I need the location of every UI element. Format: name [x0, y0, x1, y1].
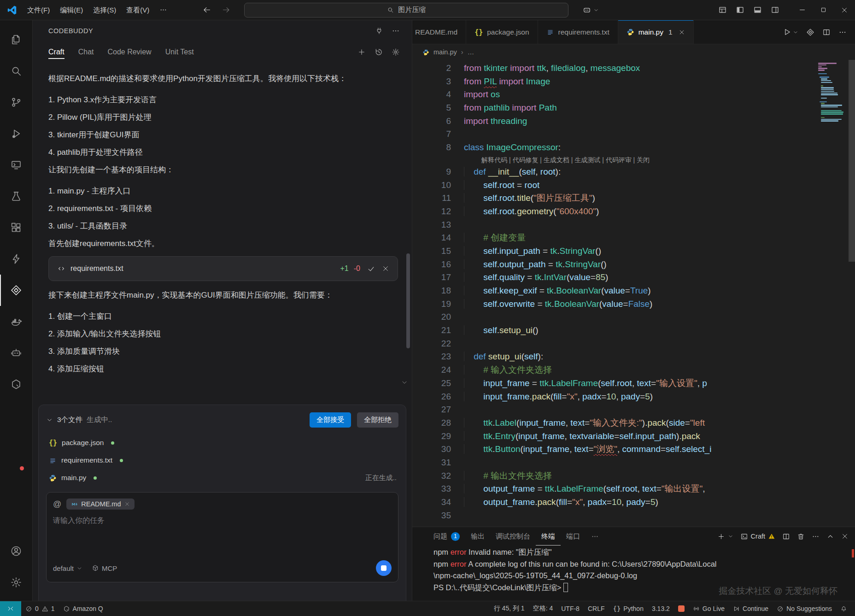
status-eol[interactable]: CRLF — [584, 601, 609, 616]
kill-terminal-button[interactable] — [797, 533, 805, 540]
status-encoding[interactable]: UTF-8 — [557, 601, 584, 616]
context-chip[interactable]: README.md — [66, 499, 134, 510]
stop-generation-button[interactable] — [376, 560, 392, 576]
activity-accounts[interactable] — [0, 535, 32, 567]
panel-tab-终端[interactable]: 终端 — [536, 527, 561, 546]
terminal-instance-craft[interactable]: Craft — [740, 533, 775, 540]
customize-layout-button[interactable] — [718, 6, 727, 14]
code-editor[interactable]: 2from tkinter import ttk, filedialog, me… — [412, 60, 855, 527]
status-python-version[interactable]: 3.13.2 — [648, 601, 674, 616]
close-window-button[interactable] — [834, 0, 855, 20]
history-button[interactable] — [375, 48, 383, 56]
breadcrumb[interactable]: main.py › … — [412, 44, 855, 60]
run-python-file-button[interactable] — [783, 28, 798, 36]
terminal-more-actions[interactable] — [812, 533, 820, 540]
activity-explorer[interactable] — [0, 24, 32, 55]
activity-run-and-debug[interactable] — [0, 118, 32, 149]
editor-tab-requirements.txt[interactable]: requirements.txt — [538, 20, 618, 44]
menu-item[interactable]: 编辑(E) — [55, 3, 88, 17]
status-notifications[interactable] — [836, 601, 851, 616]
accept-file-button[interactable] — [367, 265, 375, 273]
mention-button[interactable]: @ — [53, 499, 61, 509]
menu-more[interactable] — [154, 3, 172, 17]
reject-all-button[interactable]: 全部拒绝 — [357, 412, 398, 428]
new-terminal-button[interactable] — [717, 533, 733, 540]
maximize-panel-button[interactable] — [826, 533, 834, 540]
tab-chat[interactable]: Chat — [78, 41, 94, 63]
status-indentation[interactable]: 空格: 4 — [529, 601, 557, 616]
close-tab-button[interactable] — [679, 29, 685, 35]
panel-tab-端口[interactable]: 端口 — [561, 527, 586, 546]
minimap[interactable] — [818, 63, 848, 124]
activity-remote-explorer[interactable] — [0, 149, 32, 181]
model-selector[interactable]: default — [53, 564, 82, 572]
remote-indicator[interactable] — [0, 601, 21, 616]
status-extension-status[interactable] — [674, 601, 689, 616]
maximize-button[interactable] — [813, 0, 834, 20]
amazon-q-status[interactable]: Amazon Q — [59, 601, 107, 616]
activity-testing[interactable] — [0, 181, 32, 212]
problems-status[interactable]: 01 — [21, 601, 59, 616]
panel-tab-输出[interactable]: 输出 — [465, 527, 490, 546]
status-go-live[interactable]: Go Live — [689, 601, 729, 616]
new-chat-button[interactable] — [357, 48, 366, 56]
accept-all-button[interactable]: 全部接受 — [310, 412, 351, 428]
menu-item[interactable]: 选择(S) — [88, 3, 121, 17]
panel-more-button[interactable] — [392, 27, 400, 35]
panel-tab-调试控制台[interactable]: 调试控制台 — [490, 527, 536, 546]
panel-more-tabs[interactable] — [586, 527, 604, 546]
editor-tab-main.py[interactable]: main.py1 — [618, 20, 694, 44]
chat-scroll[interactable]: 根据README.md的描述和要求使用Python开发图片压缩工具。我将使用以下… — [33, 63, 412, 387]
menu-item[interactable]: 查看(V) — [121, 3, 154, 17]
connect-plugin-button[interactable] — [375, 27, 383, 35]
minimize-button[interactable] — [791, 0, 813, 20]
editor-tab-package.json[interactable]: {}package.json — [466, 20, 538, 44]
toggle-secondary-sidebar-button[interactable] — [771, 6, 779, 14]
mcp-button[interactable]: MCP — [92, 564, 117, 572]
generated-file-item[interactable]: requirements.txt — [49, 452, 398, 469]
panel-tab-问题[interactable]: 问题1 — [428, 527, 465, 546]
activity-settings[interactable] — [0, 567, 32, 598]
status-suggestions-status[interactable]: No Suggestions — [773, 601, 836, 616]
activity-codebuddy-chat[interactable] — [0, 243, 32, 275]
command-center-search[interactable]: 图片压缩 — [244, 3, 568, 18]
scroll-down-indicator[interactable] — [401, 379, 408, 386]
status-continue[interactable]: Continue — [729, 601, 773, 616]
generated-file-item[interactable]: main.py正在生成.. — [49, 469, 398, 487]
generated-file-card[interactable]: requirements.txt+1-0 — [48, 256, 398, 281]
close-panel-button[interactable] — [841, 533, 849, 540]
activity-codebuddy[interactable] — [0, 275, 32, 306]
activity-docker[interactable] — [0, 306, 32, 337]
tab-code-review[interactable]: Code Review — [107, 41, 151, 63]
back-button[interactable] — [203, 6, 211, 14]
ai-assistant-button[interactable] — [582, 6, 599, 15]
scrollbar-thumb[interactable] — [849, 60, 855, 262]
generated-file-item[interactable]: {}package.json — [49, 434, 398, 452]
remove-context-icon[interactable] — [124, 501, 130, 507]
activity-ai-assistant[interactable] — [0, 337, 32, 369]
activity-extensions[interactable] — [0, 212, 32, 243]
menu-item[interactable]: 文件(F) — [22, 3, 55, 17]
split-editor-button[interactable] — [822, 28, 831, 36]
toggle-panel-button[interactable] — [753, 6, 762, 14]
activity-search[interactable] — [0, 55, 32, 87]
activity-amazon-q[interactable] — [0, 369, 32, 400]
status-cursor-position[interactable]: 行 45, 列 1 — [490, 601, 529, 616]
status-language-mode[interactable]: {}Python — [609, 601, 647, 616]
task-input-box[interactable]: @ README.md 请输入你的任务 default — [46, 492, 398, 582]
codebuddy-action-icon[interactable] — [806, 28, 814, 36]
generation-summary-row[interactable]: 3个文件 生成中.. 全部接受 全部拒绝 — [46, 412, 398, 428]
tab-unit-test[interactable]: Unit Test — [165, 41, 194, 63]
activity-source-control[interactable] — [0, 87, 32, 118]
forward-button[interactable] — [222, 6, 230, 14]
split-terminal-button[interactable] — [782, 533, 790, 540]
toggle-sidebar-button[interactable] — [736, 6, 744, 14]
chat-scrollbar[interactable] — [406, 253, 410, 348]
editor-more-actions[interactable] — [838, 28, 847, 36]
editor-scrollbar[interactable] — [849, 60, 855, 527]
settings-button[interactable] — [392, 48, 400, 56]
tab-craft[interactable]: Craft — [48, 41, 64, 63]
reject-file-button[interactable] — [382, 265, 389, 272]
codelens-actions[interactable]: 解释代码 | 代码修复 | 生成文档 | 生成测试 | 代码评审 | 关闭 — [412, 154, 855, 165]
editor-tab-README.md[interactable]: README.md — [412, 20, 466, 44]
